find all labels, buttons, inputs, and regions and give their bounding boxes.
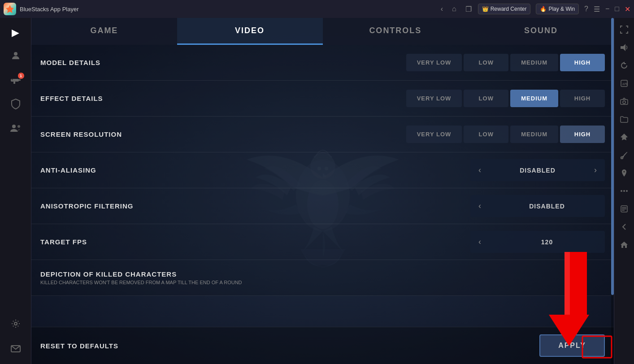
right-edit-btn[interactable] — [616, 201, 632, 217]
res-low-btn[interactable]: LOW — [464, 126, 508, 143]
anti-aliasing-next-btn[interactable]: › — [586, 159, 605, 181]
anti-aliasing-row: ANTI-ALIASING ‹ DISABLED › — [31, 152, 614, 188]
anti-aliasing-label: ANTI-ALIASING — [40, 166, 166, 174]
menu-button[interactable]: ☰ — [594, 5, 600, 13]
svg-point-8 — [14, 322, 17, 325]
main-layout: ▶ 1 — [0, 18, 634, 364]
anti-aliasing-value: DISABLED — [489, 167, 586, 174]
res-medium-btn[interactable]: MEDIUM — [510, 126, 558, 143]
anisotropic-filtering-label: ANISOTROPIC FILTERING — [40, 202, 166, 210]
tab-game[interactable]: GAME — [31, 18, 177, 45]
help-button[interactable]: ? — [584, 5, 588, 13]
fps-value: 120 — [489, 238, 605, 246]
right-airplane-btn[interactable] — [616, 129, 632, 145]
maximize-button[interactable]: □ — [615, 5, 619, 13]
profile-icon — [10, 50, 21, 64]
svg-rect-4 — [13, 82, 15, 84]
target-fps-row: TARGET FPS ‹ 120 — [31, 224, 614, 260]
anisotropic-filtering-controls: ‹ DISABLED — [166, 195, 605, 217]
model-high-btn[interactable]: HIGH — [560, 54, 605, 71]
anti-aliasing-controls: ‹ DISABLED › — [166, 159, 605, 181]
settings-icon — [11, 319, 21, 331]
right-camera-btn[interactable] — [616, 93, 632, 109]
tab-sound[interactable]: SOUND — [468, 18, 614, 45]
right-sidebar: APK — [614, 18, 634, 364]
target-fps-label: TARGET FPS — [40, 238, 166, 246]
right-brush-btn[interactable] — [616, 147, 632, 163]
anti-aliasing-prev-btn[interactable]: ‹ — [470, 159, 489, 181]
back-button[interactable]: ‹ — [438, 3, 446, 15]
model-low-btn[interactable]: LOW — [464, 54, 508, 71]
apply-button[interactable]: APPLY — [539, 334, 605, 357]
model-details-label: MODEL DETAILS — [40, 59, 166, 66]
window-button[interactable]: ❐ — [463, 3, 474, 15]
target-fps-controls: ‹ 120 — [166, 231, 605, 253]
anisotropic-filtering-selector: ‹ DISABLED — [470, 195, 605, 217]
sidebar-item-shield[interactable] — [4, 94, 27, 117]
sidebar-item-mail[interactable] — [4, 338, 27, 360]
fire-icon: 🔥 — [540, 6, 547, 12]
right-back-btn[interactable] — [616, 219, 632, 235]
anisotropic-prev-btn[interactable]: ‹ — [470, 195, 489, 217]
gun-badge: 1 — [18, 73, 24, 79]
model-very-low-btn[interactable]: VERY LOW — [406, 54, 462, 71]
depiction-row: DEPICTION OF KILLED CHARACTERS Killed ch… — [31, 260, 614, 296]
reset-label: RESET TO DEFAULTS — [40, 342, 539, 350]
reward-center-button[interactable]: 👑 Reward Center — [478, 4, 531, 14]
effect-details-label: EFFECT DETAILS — [40, 95, 166, 102]
minimize-button[interactable]: − — [605, 5, 609, 13]
home-button[interactable]: ⌂ — [449, 3, 459, 15]
tabs: GAME VIDEO CONTROLS SOUND — [31, 18, 614, 45]
svg-rect-5 — [12, 79, 13, 80]
svg-marker-19 — [621, 44, 625, 51]
svg-point-1 — [14, 52, 17, 56]
svg-point-28 — [626, 190, 628, 192]
anisotropic-value: DISABLED — [489, 203, 605, 210]
app-logo — [4, 3, 16, 15]
svg-point-7 — [17, 125, 20, 128]
right-volume-btn[interactable] — [616, 39, 632, 56]
right-location-btn[interactable] — [616, 165, 632, 181]
effect-details-row: EFFECT DETAILS VERY LOW LOW MEDIUM HIGH — [31, 81, 614, 117]
svg-point-6 — [12, 125, 16, 128]
close-button[interactable]: ✕ — [625, 5, 630, 13]
scroll-thumb — [611, 18, 614, 295]
tab-video[interactable]: VIDEO — [177, 18, 323, 45]
content-area: GAME VIDEO CONTROLS SOUND MODEL DETAILS … — [31, 18, 614, 364]
right-rotate-btn[interactable] — [616, 57, 632, 74]
effect-low-btn[interactable]: LOW — [464, 90, 508, 107]
fps-prev-btn[interactable]: ‹ — [470, 231, 489, 253]
res-very-low-btn[interactable]: VERY LOW — [406, 126, 462, 143]
svg-point-24 — [621, 157, 623, 159]
svg-marker-0 — [6, 5, 14, 13]
scroll-indicator[interactable] — [611, 18, 614, 364]
left-sidebar: ▶ 1 — [0, 18, 31, 364]
play-win-label: Play & Win — [548, 6, 575, 12]
effect-high-btn[interactable]: HIGH — [560, 90, 605, 107]
sidebar-item-settings[interactable] — [4, 314, 27, 336]
friends-icon — [10, 123, 22, 136]
screen-resolution-row: SCREEN RESOLUTION VERY LOW LOW MEDIUM HI… — [31, 117, 614, 152]
right-apk-btn[interactable]: APK — [616, 75, 632, 91]
effect-very-low-btn[interactable]: VERY LOW — [406, 90, 462, 107]
sidebar-item-profile[interactable] — [4, 46, 27, 68]
bottom-bar: RESET TO DEFAULTS APPLY — [31, 327, 614, 364]
right-folder-btn[interactable] — [616, 111, 632, 127]
svg-point-23 — [623, 101, 625, 104]
right-home-btn[interactable] — [616, 237, 632, 253]
svg-point-26 — [621, 190, 622, 192]
model-medium-btn[interactable]: MEDIUM — [510, 54, 558, 71]
play-icon: ▶ — [12, 27, 19, 39]
right-more-btn[interactable] — [616, 183, 632, 199]
window-controls: ? ☰ − □ ✕ — [584, 5, 630, 13]
sidebar-item-gun[interactable]: 1 — [4, 70, 27, 92]
play-win-button[interactable]: 🔥 Play & Win — [536, 4, 579, 14]
tab-controls[interactable]: CONTROLS — [323, 18, 469, 45]
res-high-btn[interactable]: HIGH — [560, 126, 605, 143]
sidebar-item-play[interactable]: ▶ — [4, 22, 27, 44]
right-fullscreen-btn[interactable] — [616, 22, 632, 38]
anti-aliasing-selector: ‹ DISABLED › — [470, 159, 605, 181]
sidebar-item-friends[interactable] — [4, 118, 27, 141]
screen-resolution-controls: VERY LOW LOW MEDIUM HIGH — [166, 126, 605, 143]
effect-medium-btn[interactable]: MEDIUM — [510, 90, 558, 107]
